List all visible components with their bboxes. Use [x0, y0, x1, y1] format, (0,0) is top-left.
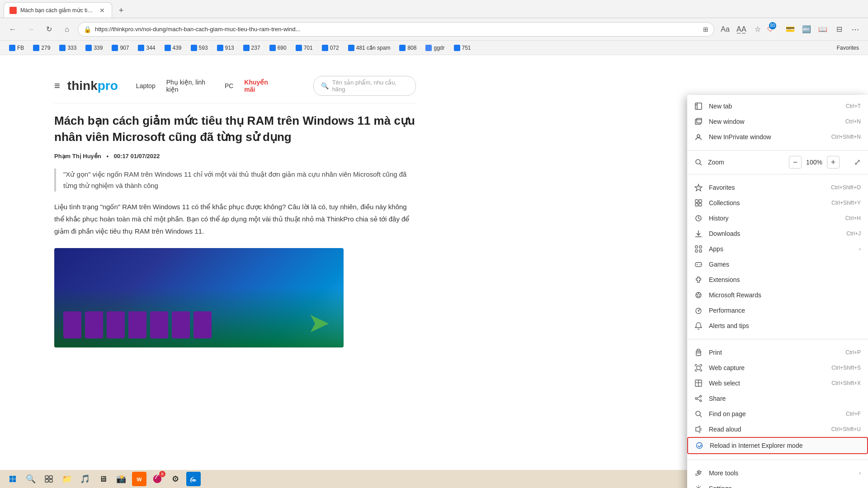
remote-desktop-icon[interactable]: 🖥 [96, 472, 110, 486]
nav-laptop[interactable]: Laptop [136, 82, 156, 89]
menu-item-extensions[interactable]: Extensions [687, 272, 868, 287]
tab-close-button[interactable]: ✕ [98, 6, 106, 14]
wallet-icon[interactable]: 💳 [783, 22, 797, 37]
edge-taskbar-icon[interactable] [186, 472, 201, 486]
svg-rect-57 [45, 479, 48, 482]
svg-line-39 [697, 397, 700, 398]
menu-item-more-tools[interactable]: More tools › [687, 465, 868, 481]
toolbar-icons: Aa A̲A̲ ☆ 🛡 80 💳 🔤 📖 ⊟ ··· [718, 22, 863, 37]
bookmark-701[interactable]: 701 [292, 44, 316, 52]
photo-editor-icon[interactable]: 📸 [114, 472, 128, 486]
forward-button[interactable]: → [24, 22, 38, 37]
print-label: Print [709, 349, 839, 356]
bookmark-333[interactable]: 333 [56, 44, 80, 52]
zoom-decrease-button[interactable]: − [789, 156, 802, 169]
start-button[interactable] [5, 472, 20, 486]
menu-item-share[interactable]: Share [687, 391, 868, 406]
reload-button[interactable]: ↻ [42, 22, 56, 37]
menu-item-find-on-page[interactable]: Find on page Ctrl+F [687, 406, 868, 422]
menu-item-downloads[interactable]: Downloads Ctrl+J [687, 226, 868, 241]
menu-item-apps[interactable]: Apps › [687, 241, 868, 257]
office-icon[interactable]: w [132, 472, 146, 486]
bookmark-237[interactable]: 237 [240, 44, 264, 52]
svg-rect-55 [45, 476, 48, 479]
bookmark-favicon [425, 45, 432, 51]
menu-item-collections[interactable]: Collections Ctrl+Shift+Y [687, 195, 868, 211]
home-button[interactable]: ⌂ [60, 22, 74, 37]
new-window-label: New window [709, 118, 839, 125]
bookmark-593[interactable]: 593 [187, 44, 212, 52]
active-tab[interactable]: Mách bạn cách giảm mức tiêu t... ✕ [4, 2, 112, 18]
bookmark-913[interactable]: 913 [213, 44, 238, 52]
browser-taskbar-icon[interactable]: 8 [150, 472, 165, 486]
zoom-fullscreen-button[interactable]: ⤢ [854, 157, 861, 167]
url-bar[interactable]: 🔒 https://thinkpro.vn/noi-dung/mach-ban-… [78, 22, 714, 37]
search-taskbar-button[interactable]: 🔍 [24, 472, 38, 486]
bookmark-label: 701 [304, 45, 313, 51]
bookmark-fb[interactable]: FB [5, 44, 28, 52]
menu-item-new-inprivate[interactable]: New InPrivate window Ctrl+Shift+N [687, 129, 868, 145]
collections-icon [694, 199, 703, 207]
menu-item-new-window[interactable]: New window Ctrl+N [687, 114, 868, 129]
translate-icon[interactable]: A̲A̲ [734, 22, 749, 37]
bookmark-751[interactable]: 751 [450, 44, 475, 52]
bookmark-808[interactable]: 808 [396, 44, 420, 52]
logo-think: think [67, 79, 98, 93]
menu-item-games[interactable]: Games [687, 257, 868, 272]
menu-item-print[interactable]: Print Ctrl+P [687, 345, 868, 360]
menu-item-history[interactable]: History Ctrl+H [687, 211, 868, 226]
bookmark-spam[interactable]: 481 cần spam [344, 44, 394, 52]
zoom-increase-button[interactable]: + [827, 156, 840, 169]
menu-item-new-tab[interactable]: New tab Ctrl+T [687, 99, 868, 114]
menu-item-favorites[interactable]: Favorites Ctrl+Shift+O [687, 180, 868, 195]
more-tools-arrow: › [859, 470, 861, 476]
menu-item-web-select[interactable]: Web select Ctrl+Shift+X [687, 375, 868, 391]
back-button[interactable]: ← [5, 22, 20, 37]
hamburger-menu[interactable]: ≡ [54, 80, 60, 92]
add-favorites-icon[interactable]: ☆ [750, 22, 765, 37]
downloads-icon [694, 230, 703, 238]
menu-item-reload-ie[interactable]: Reload in Internet Explorer mode [687, 437, 868, 454]
bookmark-690[interactable]: 690 [266, 44, 290, 52]
bookmark-279[interactable]: 279 [29, 44, 54, 52]
immersive-reader-icon[interactable]: 📖 [816, 22, 830, 37]
menu-button[interactable]: ··· [848, 22, 863, 37]
collections-toolbar-icon[interactable]: ⊟ [832, 22, 846, 37]
bookmark-label: 333 [67, 45, 76, 51]
menu-item-read-aloud[interactable]: Read aloud Ctrl+Shift+U [687, 422, 868, 437]
menu-item-performance[interactable]: Performance [687, 303, 868, 318]
extensions-label: Extensions [709, 276, 861, 283]
bookmark-favicon [296, 45, 302, 51]
reload-ie-label: Reload in Internet Explorer mode [710, 442, 860, 449]
zoom-value: 100% [805, 159, 823, 166]
menu-item-web-capture[interactable]: Web capture Ctrl+Shift+S [687, 360, 868, 375]
logo-pro: pro [98, 79, 118, 93]
menu-item-rewards[interactable]: Microsoft Rewards [687, 287, 868, 303]
bookmark-favicon [348, 45, 354, 51]
nav-sale[interactable]: Khuyến mãi [244, 79, 277, 93]
bookmark-344[interactable]: 344 [134, 44, 159, 52]
favorites-button[interactable]: Favorites [833, 44, 863, 52]
menu-item-settings[interactable]: Settings [687, 481, 868, 488]
nav-accessories[interactable]: Phụ kiện, linh kiện [166, 79, 214, 93]
nav-pc[interactable]: PC [225, 82, 233, 89]
menu-divider-3 [687, 339, 868, 339]
bookmark-ggdr[interactable]: ggdr [422, 44, 448, 52]
search-container[interactable]: 🔍 Tên sản phẩm, nhu cầu, hãng [313, 76, 416, 96]
media-player-icon[interactable]: 🎵 [78, 472, 92, 486]
bookmark-439[interactable]: 439 [161, 44, 185, 52]
browser-essentials-icon[interactable]: 🛡 80 [767, 22, 781, 37]
reading-view-icon[interactable]: Aa [718, 22, 732, 37]
bookmark-072[interactable]: 072 [318, 44, 343, 52]
task-view-button[interactable] [42, 472, 56, 486]
bookmark-907[interactable]: 907 [108, 44, 132, 52]
file-explorer-icon[interactable]: 📁 [60, 472, 74, 486]
new-tab-button[interactable]: + [114, 3, 128, 18]
site-logo[interactable]: thinkpro [67, 79, 118, 93]
favorites-label: Favorites [709, 184, 825, 191]
translate-page-icon[interactable]: 🔤 [799, 22, 814, 37]
bookmark-label: 072 [330, 45, 339, 51]
bookmark-339[interactable]: 339 [82, 44, 106, 52]
menu-item-alerts[interactable]: Alerts and tips [687, 318, 868, 333]
settings-taskbar-icon[interactable]: ⚙ [168, 472, 183, 486]
